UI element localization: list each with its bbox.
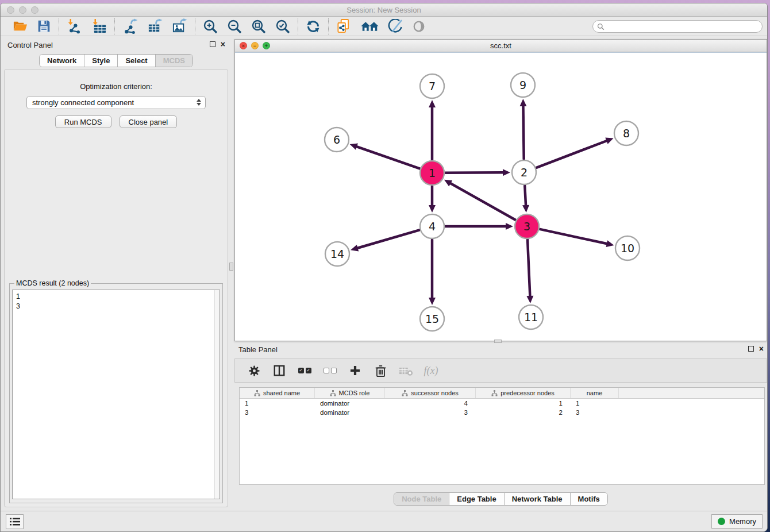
export-table-icon — [147, 18, 163, 34]
delete-column-button[interactable] — [371, 361, 390, 380]
control-panel-tabs: NetworkStyleSelectMCDS — [39, 54, 193, 67]
control-panel-float-icon[interactable] — [210, 41, 215, 47]
memory-label: Memory — [729, 517, 756, 526]
network-graph[interactable]: 7968124314101511 — [235, 53, 767, 342]
close-panel-button[interactable]: Close panel — [120, 115, 178, 128]
table-cell[interactable]: 2 — [476, 408, 571, 417]
status-bar: Memory — [1, 511, 767, 531]
table-cell[interactable]: 1 — [240, 399, 315, 408]
table-cell[interactable]: dominator — [315, 408, 385, 417]
tab-select[interactable]: Select — [118, 55, 155, 67]
graph-edge-2-8[interactable] — [536, 140, 607, 167]
save-session-button[interactable] — [32, 18, 56, 35]
import-table-button[interactable] — [87, 18, 111, 35]
task-history-button[interactable] — [6, 514, 24, 529]
run-mcds-button[interactable]: Run MCDS — [55, 115, 111, 128]
export-table-button[interactable] — [143, 18, 167, 35]
table-settings-button[interactable] — [244, 361, 264, 380]
criterion-value: strongly connected component — [32, 98, 134, 107]
select-all-button[interactable]: ✓✓ — [295, 361, 314, 380]
table-panel-close-icon[interactable]: × — [759, 346, 764, 352]
horizontal-splitter-handle[interactable] — [494, 340, 502, 343]
style-brush-icon — [388, 19, 403, 34]
tab-style[interactable]: Style — [84, 55, 118, 67]
tab-motifs[interactable]: Motifs — [571, 493, 607, 505]
table-cell[interactable]: 1 — [476, 399, 571, 408]
graph-edge-3-11[interactable] — [528, 240, 530, 297]
tab-node-table[interactable]: Node Table — [394, 493, 449, 505]
open-session-button[interactable] — [7, 18, 32, 35]
table-cell[interactable]: 1 — [571, 399, 619, 408]
mcds-result-title: MCDS result (2 nodes) — [14, 279, 91, 287]
zoom-fit-button[interactable] — [247, 18, 271, 35]
table-cell[interactable]: 4 — [385, 399, 476, 408]
table-cell[interactable]: 3 — [571, 408, 619, 417]
memory-button[interactable]: Memory — [711, 514, 763, 529]
table-toolbar: ✓✓ — [234, 358, 767, 383]
show-column-button[interactable] — [270, 361, 289, 380]
network-canvas[interactable]: 7968124314101511 — [235, 52, 767, 341]
home-icon — [361, 20, 379, 33]
search-box[interactable] — [592, 20, 763, 33]
export-network-icon — [122, 18, 138, 34]
style-toggle-button[interactable] — [383, 18, 407, 35]
tab-network[interactable]: Network — [40, 55, 84, 67]
column-header-MCDS-role[interactable]: MCDS role — [315, 388, 385, 398]
column-header-successor-nodes[interactable]: successor nodes — [385, 388, 476, 398]
column-header-name[interactable]: name — [571, 388, 619, 398]
graph-edge-4-14[interactable] — [357, 230, 419, 248]
clone-network-button[interactable] — [332, 18, 356, 35]
column-header-shared-name[interactable]: shared name — [240, 388, 315, 398]
import-network-button[interactable] — [62, 18, 87, 35]
graph-edge-3-1[interactable] — [449, 183, 515, 220]
save-icon — [37, 19, 51, 33]
hide-graphics-button[interactable] — [407, 18, 430, 35]
network-window-titlebar[interactable]: × − + scc.txt — [235, 40, 767, 52]
graph-edge-arrowhead — [519, 99, 526, 106]
graph-node-label-6: 6 — [333, 133, 340, 146]
control-panel-close-icon[interactable]: × — [221, 41, 225, 47]
table-row[interactable]: 1dominator411 — [240, 399, 764, 408]
result-scrollbar[interactable] — [214, 290, 220, 499]
column-header-label: name — [587, 390, 603, 396]
search-input[interactable] — [607, 21, 762, 32]
graph-node-label-14: 14 — [330, 248, 344, 260]
tab-network-table[interactable]: Network Table — [505, 493, 571, 505]
criterion-select[interactable]: strongly connected component — [26, 96, 206, 109]
graph-edge-1-2[interactable] — [445, 172, 504, 173]
table-panel-float-icon[interactable] — [748, 346, 754, 352]
table-cell[interactable]: dominator — [315, 399, 385, 408]
column-header-predecessor-nodes[interactable]: predecessor nodes — [476, 388, 571, 398]
table-cell[interactable]: 3 — [385, 408, 476, 417]
graph-edge-3-10[interactable] — [540, 229, 607, 244]
select-stepper-icon — [197, 99, 201, 106]
graph-edge-1-6[interactable] — [356, 147, 419, 169]
plus-icon — [349, 364, 361, 377]
apply-layout-button[interactable] — [301, 18, 325, 35]
hierarchy-icon — [402, 390, 408, 396]
export-image-button[interactable] — [167, 18, 192, 35]
zoom-out-button[interactable] — [222, 18, 247, 35]
table-row[interactable]: 3dominator323 — [240, 408, 764, 417]
graph-edge-2-9[interactable] — [523, 105, 523, 159]
hierarchy-icon — [254, 390, 260, 396]
reset-view-button[interactable] — [356, 18, 383, 35]
export-network-button[interactable] — [118, 18, 143, 35]
table-cell[interactable]: 3 — [240, 408, 315, 417]
mcds-result-area[interactable]: 13 — [12, 290, 220, 499]
zoom-in-button[interactable] — [198, 18, 222, 35]
graph-edge-arrowhead — [429, 298, 436, 305]
tab-mcds[interactable]: MCDS — [156, 55, 192, 67]
node-table[interactable]: shared nameMCDS rolesuccessor nodesprede… — [239, 387, 765, 485]
toolbar-separator — [114, 18, 115, 34]
window-titlebar[interactable]: Session: New Session — [1, 3, 767, 17]
graph-node-label-2: 2 — [521, 166, 528, 179]
create-column-button[interactable] — [345, 361, 365, 380]
zoom-selected-button[interactable] — [271, 18, 295, 35]
tab-edge-table[interactable]: Edge Table — [449, 493, 504, 505]
vertical-splitter-handle[interactable] — [229, 263, 233, 271]
zoom-selected-icon — [275, 19, 290, 34]
graph-edge-2-3[interactable] — [525, 186, 526, 206]
graph-node-label-11: 11 — [524, 311, 538, 323]
deselect-all-button[interactable] — [320, 361, 340, 380]
